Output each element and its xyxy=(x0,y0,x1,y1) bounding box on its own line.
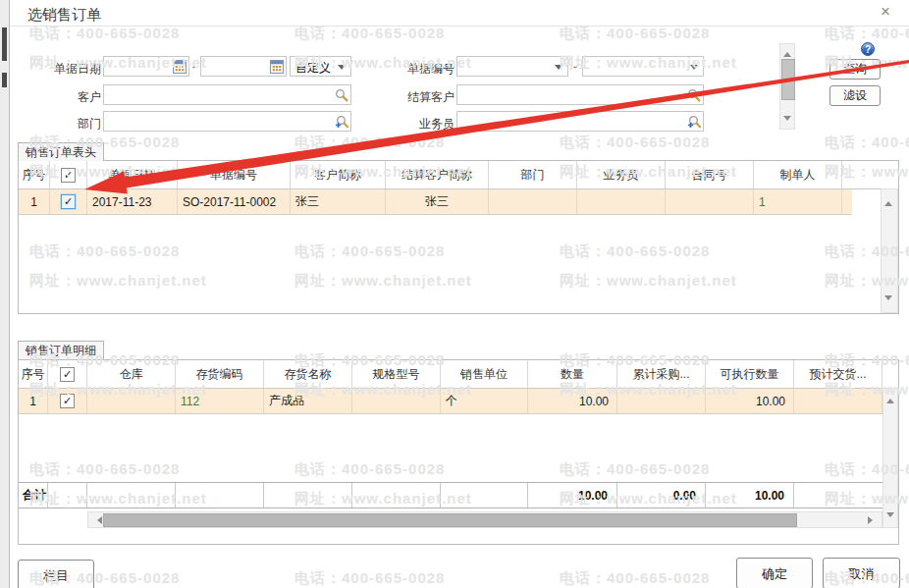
settle-customer-input[interactable] xyxy=(460,86,688,103)
scroll-right-icon[interactable] xyxy=(868,516,877,524)
column-header[interactable]: 数量 xyxy=(528,360,617,388)
calendar-icon[interactable] xyxy=(270,60,284,74)
column-header[interactable]: 销售单位 xyxy=(441,360,528,388)
column-header-filler xyxy=(882,360,898,388)
customer-field[interactable] xyxy=(103,84,351,105)
date-to-field[interactable] xyxy=(200,56,287,77)
column-header[interactable]: 序号 xyxy=(19,161,50,188)
order-header-table-scrollbar[interactable] xyxy=(881,188,898,313)
filter-settings-button[interactable]: 滤设 xyxy=(829,85,881,106)
cell-dept xyxy=(489,189,577,214)
help-icon[interactable]: ? xyxy=(861,42,875,56)
column-header[interactable]: 业务员 xyxy=(577,161,666,188)
select-all-checkbox[interactable]: ✓ xyxy=(60,367,75,382)
date-to-input[interactable] xyxy=(204,58,271,75)
cell-executable-qty: 10.00 xyxy=(706,389,794,413)
cell-qty: 10.00 xyxy=(528,389,617,413)
range-separator: - xyxy=(192,60,196,74)
scroll-down-icon[interactable] xyxy=(886,512,894,521)
search-icon[interactable] xyxy=(687,88,701,102)
dept-input[interactable] xyxy=(107,113,336,130)
calendar-icon[interactable] xyxy=(173,60,187,74)
search-plus-icon[interactable] xyxy=(687,115,701,129)
row-check-cell[interactable]: ✓ xyxy=(48,389,87,413)
customer-input[interactable] xyxy=(107,86,336,103)
scroll-down-icon[interactable] xyxy=(884,295,892,304)
cell-salesman xyxy=(577,189,666,214)
column-header[interactable]: 仓库 xyxy=(87,360,176,388)
column-header[interactable]: 可执行数量 xyxy=(706,360,794,388)
scroll-up-icon[interactable] xyxy=(884,197,892,206)
column-header[interactable]: 序号 xyxy=(19,360,48,388)
select-all-checkbox[interactable]: ✓ xyxy=(61,168,76,183)
cell-customer: 张三 xyxy=(291,189,386,214)
select-all-cell[interactable]: ✓ xyxy=(48,360,87,388)
row-check-cell[interactable]: ✓ xyxy=(50,189,87,214)
close-icon[interactable]: × xyxy=(881,2,890,22)
query-button[interactable]: 查询 xyxy=(829,59,881,80)
scroll-up-icon[interactable] xyxy=(886,395,894,403)
form-scrollbar[interactable] xyxy=(779,43,795,130)
column-header[interactable]: 规格型号 xyxy=(352,360,441,388)
search-icon[interactable] xyxy=(335,88,348,102)
column-header[interactable]: 存货编码 xyxy=(176,360,264,388)
table-row[interactable]: 1 ✓ 112 产成品 个 10.00 10.00 xyxy=(19,389,882,414)
scrollbar-thumb[interactable] xyxy=(781,59,795,100)
cell-item-code: 112 xyxy=(176,389,264,413)
column-header[interactable]: 合同号 xyxy=(666,161,754,188)
scroll-down-icon[interactable] xyxy=(783,116,791,125)
order-detail-table-head: 序号 ✓ 仓库 存货编码 存货名称 规格型号 销售单位 数量 累计采购... 可… xyxy=(19,360,898,389)
dept-field[interactable] xyxy=(103,111,351,132)
settle-customer-label: 结算客户 xyxy=(386,89,454,103)
tab-order-header[interactable]: 销售订单表头 xyxy=(18,142,104,161)
cell-est-delivery xyxy=(794,389,882,413)
row-checkbox[interactable]: ✓ xyxy=(60,394,75,408)
salesman-field[interactable] xyxy=(456,111,704,132)
select-all-cell[interactable]: ✓ xyxy=(50,161,87,188)
column-header[interactable]: 预计交货... xyxy=(794,360,882,388)
dialog-title: 选销售订单 xyxy=(27,6,101,25)
cancel-button[interactable]: 取消 xyxy=(823,558,900,588)
column-header[interactable]: 制单人 xyxy=(754,161,842,188)
scrollbar-thumb[interactable] xyxy=(103,513,797,527)
scroll-left-icon[interactable] xyxy=(93,516,102,524)
cell-date: 2017-11-23 xyxy=(87,189,178,214)
cell-contract xyxy=(666,189,754,214)
date-from-input[interactable] xyxy=(107,58,174,75)
edge-mark xyxy=(2,73,7,87)
scroll-up-icon[interactable] xyxy=(783,48,791,57)
column-header[interactable]: 结算客户简称 xyxy=(386,161,489,188)
order-header-table: 序号 ✓ 单据日期 单据编号 客户简称 结算客户简称 部门 业务员 合同号 制单… xyxy=(18,160,899,314)
salesman-input[interactable] xyxy=(460,113,688,130)
column-header[interactable]: 客户简称 xyxy=(291,161,386,188)
docno-to-select[interactable] xyxy=(582,56,704,77)
date-range-select[interactable]: 自定义 xyxy=(290,56,351,77)
totals-cell xyxy=(87,483,176,508)
order-detail-table: 序号 ✓ 仓库 存货编码 存货名称 规格型号 销售单位 数量 累计采购... 可… xyxy=(18,359,899,545)
date-range-selected: 自定义 xyxy=(295,60,331,77)
settle-customer-field[interactable] xyxy=(456,84,704,105)
column-header[interactable]: 部门 xyxy=(489,161,577,188)
docno-from-select[interactable] xyxy=(456,56,568,77)
row-checkbox[interactable]: ✓ xyxy=(61,194,76,209)
column-header[interactable]: 存货名称 xyxy=(264,360,352,388)
column-header[interactable]: 累计采购... xyxy=(617,360,706,388)
tab-order-detail[interactable]: 销售订单明细 xyxy=(18,341,104,359)
date-from-field[interactable] xyxy=(103,56,189,77)
detail-v-scrollbar[interactable] xyxy=(882,388,898,528)
chevron-down-icon[interactable] xyxy=(690,65,698,74)
totals-executable-qty: 10.00 xyxy=(706,483,794,508)
chevron-down-icon[interactable] xyxy=(555,65,562,74)
column-header[interactable]: 单据日期 xyxy=(87,161,178,188)
totals-cum-purchase: 0.00 xyxy=(617,483,706,508)
ok-button[interactable]: 确定 xyxy=(736,558,813,588)
cell-unit: 个 xyxy=(441,389,528,413)
detail-h-scrollbar[interactable] xyxy=(87,511,882,528)
chevron-down-icon[interactable] xyxy=(338,65,346,74)
column-header-filler xyxy=(842,161,888,188)
search-plus-icon[interactable] xyxy=(335,115,348,129)
columns-button[interactable]: 栏目 xyxy=(18,560,94,588)
cell-creator: 1 xyxy=(754,189,842,214)
column-header[interactable]: 单据编号 xyxy=(178,161,291,188)
table-row[interactable]: 1 ✓ 2017-11-23 SO-2017-11-0002 张三 张三 1 xyxy=(19,189,852,215)
